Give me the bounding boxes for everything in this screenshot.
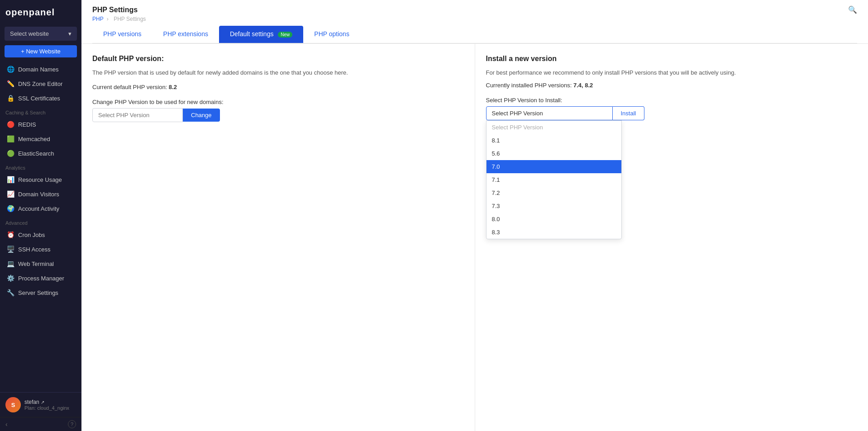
caching-search-label: Caching & Search xyxy=(0,105,81,117)
external-link-icon: ↗ xyxy=(41,400,44,405)
dropdown-option-81[interactable]: 8.1 xyxy=(486,134,621,147)
sidebar-item-server-settings[interactable]: 🔧 Server Settings xyxy=(0,285,81,300)
dropdown-option-70[interactable]: 7.0 xyxy=(486,160,621,173)
user-plan: Plan: cloud_4_nginx xyxy=(24,405,69,411)
tab-php-versions[interactable]: PHP versions xyxy=(92,26,153,43)
sidebar-item-label: Web Terminal xyxy=(18,260,54,267)
sidebar-item-memcached[interactable]: 🟩 Memcached xyxy=(0,132,81,146)
sidebar-bottom-bar: ‹ ? xyxy=(0,417,81,431)
installed-versions-text: Currently installed PHP versions: 7.4, 8… xyxy=(486,82,858,89)
content-area: Default PHP version: The PHP version tha… xyxy=(81,44,868,431)
breadcrumb-separator: › xyxy=(107,16,109,22)
sidebar-collapse-button[interactable]: ‹ xyxy=(5,421,8,428)
version-dropdown-wrapper: Select PHP Version 8.1 5.6 7.0 7.1 7.2 7… xyxy=(486,106,613,120)
clock-icon: ⏰ xyxy=(6,231,14,238)
tab-php-extensions[interactable]: PHP extensions xyxy=(153,26,219,43)
sidebar-item-label: DNS Zone Editor xyxy=(18,81,62,87)
elasticsearch-icon: 🟢 xyxy=(6,150,14,157)
chart-line-icon: 📈 xyxy=(6,190,14,198)
select-website-label: Select website xyxy=(10,30,49,37)
sidebar-item-label: Account Activity xyxy=(18,205,59,212)
default-version-desc: The PHP version that is used by default … xyxy=(92,68,464,77)
tabs: PHP versions PHP extensions Default sett… xyxy=(92,26,857,43)
chart-bar-icon: 📊 xyxy=(6,176,14,183)
sidebar-logo: openpanel xyxy=(0,0,81,25)
change-version-label: Change PHP Version to be used for new do… xyxy=(92,99,464,105)
help-icon[interactable]: ? xyxy=(68,420,76,428)
sidebar-item-web-terminal[interactable]: 💻 Web Terminal xyxy=(0,256,81,271)
main-content: PHP Settings 🔍 PHP › PHP Settings PHP ve… xyxy=(81,0,868,431)
tab-php-options[interactable]: PHP options xyxy=(303,26,360,43)
redis-icon: 🔴 xyxy=(6,121,14,128)
sidebar-item-label: SSH Access xyxy=(18,246,51,253)
default-version-title: Default PHP version: xyxy=(92,55,464,63)
sidebar-item-cron-jobs[interactable]: ⏰ Cron Jobs xyxy=(0,227,81,242)
sidebar-item-redis[interactable]: 🔴 REDIS xyxy=(0,117,81,132)
sidebar-item-domain-visitors[interactable]: 📈 Domain Visitors xyxy=(0,187,81,201)
sidebar: openpanel Select website ▾ + New Website… xyxy=(0,0,81,431)
search-icon[interactable]: 🔍 xyxy=(848,5,857,14)
chevron-down-icon: ▾ xyxy=(68,30,72,37)
sidebar-item-ssl-certificates[interactable]: 🔒 SSL Certificates xyxy=(0,91,81,105)
globe-activity-icon: 🌍 xyxy=(6,205,14,212)
dropdown-option-80[interactable]: 8.0 xyxy=(486,213,621,226)
sidebar-item-label: Process Manager xyxy=(18,275,64,282)
install-desc: For best performance we recommend to onl… xyxy=(486,68,858,77)
sidebar-item-label: Resource Usage xyxy=(18,176,62,183)
new-website-button[interactable]: + New Website xyxy=(5,45,77,57)
install-title: Install a new version xyxy=(486,55,858,63)
analytics-label: Analytics xyxy=(0,161,81,172)
user-name: stefan ↗ xyxy=(24,399,69,405)
left-panel: Default PHP version: The PHP version tha… xyxy=(81,44,475,431)
tab-default-settings[interactable]: Default settings New xyxy=(219,26,303,43)
change-version-row: Change xyxy=(92,108,464,122)
sidebar-item-ssh-access[interactable]: 🖥️ SSH Access xyxy=(0,242,81,256)
sidebar-section-analytics: 📊 Resource Usage 📈 Domain Visitors 🌍 Acc… xyxy=(0,172,81,216)
install-row: Select PHP Version 8.1 5.6 7.0 7.1 7.2 7… xyxy=(486,106,858,120)
dropdown-option-83[interactable]: 8.3 xyxy=(486,226,621,239)
avatar: S xyxy=(5,397,21,412)
sidebar-footer: S stefan ↗ Plan: cloud_4_nginx xyxy=(0,392,81,417)
sidebar-section-main: 🌐 Domain Names ✏️ DNS Zone Editor 🔒 SSL … xyxy=(0,62,81,105)
change-version-button[interactable]: Change xyxy=(183,109,220,122)
web-terminal-icon: 💻 xyxy=(6,260,14,267)
page-title: PHP Settings xyxy=(92,6,138,14)
sidebar-item-label: Memcached xyxy=(18,136,50,142)
dropdown-option-72[interactable]: 7.2 xyxy=(486,186,621,199)
right-panel: Install a new version For best performan… xyxy=(475,44,868,431)
install-version-button[interactable]: Install xyxy=(613,106,645,120)
terminal-icon: 🖥️ xyxy=(6,246,14,253)
sidebar-item-label: Domain Visitors xyxy=(18,191,59,198)
dropdown-option-56[interactable]: 5.6 xyxy=(486,147,621,160)
sidebar-item-domain-names[interactable]: 🌐 Domain Names xyxy=(0,62,81,76)
select-version-label: Select PHP Version to Install: xyxy=(486,97,858,104)
sidebar-item-elasticsearch[interactable]: 🟢 ElasticSearch xyxy=(0,146,81,161)
version-dropdown-list: Select PHP Version 8.1 5.6 7.0 7.1 7.2 7… xyxy=(486,120,622,239)
gear-icon: ⚙️ xyxy=(6,275,14,282)
sidebar-item-resource-usage[interactable]: 📊 Resource Usage xyxy=(0,172,81,187)
dropdown-option-71[interactable]: 7.1 xyxy=(486,173,621,186)
select-website-button[interactable]: Select website ▾ xyxy=(5,27,77,41)
sidebar-item-label: Domain Names xyxy=(18,66,59,73)
sidebar-item-process-manager[interactable]: ⚙️ Process Manager xyxy=(0,271,81,285)
wrench-icon: 🔧 xyxy=(6,289,14,296)
sidebar-item-label: Cron Jobs xyxy=(18,232,45,238)
installed-values: 7.4, 8.2 xyxy=(573,82,593,89)
globe-icon: 🌐 xyxy=(6,66,14,73)
new-badge: New xyxy=(278,32,292,38)
sidebar-item-dns-zone-editor[interactable]: ✏️ DNS Zone Editor xyxy=(0,76,81,91)
current-version-value: 8.2 xyxy=(169,84,177,90)
dropdown-option-placeholder[interactable]: Select PHP Version xyxy=(486,121,621,134)
php-version-install-input[interactable] xyxy=(486,106,613,120)
edit-icon: ✏️ xyxy=(6,80,14,87)
breadcrumb: PHP › PHP Settings xyxy=(92,16,857,22)
sidebar-section-caching: 🔴 REDIS 🟩 Memcached 🟢 ElasticSearch xyxy=(0,117,81,161)
lock-icon: 🔒 xyxy=(6,95,14,102)
php-version-change-input[interactable] xyxy=(92,108,183,122)
current-version-text: Current default PHP version: 8.2 xyxy=(92,84,464,90)
sidebar-section-advanced: ⏰ Cron Jobs 🖥️ SSH Access 💻 Web Terminal… xyxy=(0,227,81,300)
dropdown-option-73[interactable]: 7.3 xyxy=(486,199,621,213)
breadcrumb-current: PHP Settings xyxy=(114,16,146,22)
breadcrumb-php[interactable]: PHP xyxy=(92,16,103,22)
sidebar-item-account-activity[interactable]: 🌍 Account Activity xyxy=(0,201,81,216)
